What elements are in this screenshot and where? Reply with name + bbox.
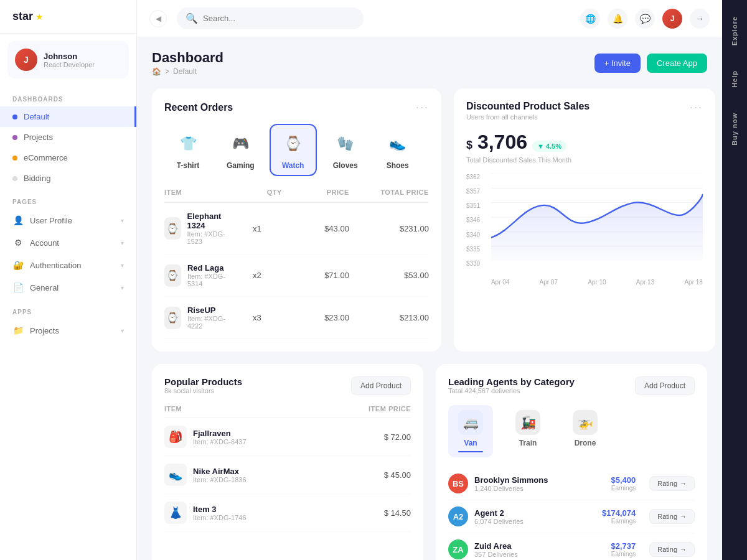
agent-earnings: $174,074	[592, 508, 636, 518]
order-item-name: Elephant 1324	[187, 212, 227, 230]
breadcrumb: 🏠 > Default	[152, 67, 223, 76]
sidebar-item-user-profile[interactable]: 👤 User Profile ▾	[0, 209, 136, 231]
projects-icon: 📁	[12, 325, 24, 336]
arrow-right-icon[interactable]: →	[690, 9, 710, 29]
recent-orders-menu[interactable]: ···	[416, 101, 429, 114]
tshirt-icon: 👕	[174, 130, 202, 157]
sidebar-item-authentication[interactable]: 🔐 Authentication ▾	[0, 254, 136, 276]
list-item: 🎒 Fjallraven Item: #XDG-6437 $ 72.00	[164, 418, 411, 456]
help-label[interactable]: Help	[731, 64, 738, 94]
rating-button[interactable]: Rating →	[649, 476, 695, 491]
sidebar-item-bidding[interactable]: Bidding	[0, 168, 136, 189]
x-label: Apr 04	[491, 279, 509, 286]
tab-shoes[interactable]: 👟 Shoes	[374, 124, 421, 176]
user-avatar-topbar[interactable]: J	[662, 9, 682, 29]
logo-star: ★	[35, 12, 44, 22]
rating-label: Rating	[657, 546, 677, 553]
table-row: ⌚ Red Laga Item: #XDG-5314 x2 $71.00 $53…	[164, 254, 429, 297]
order-qty: x1	[232, 224, 282, 233]
agents-tabs: 🚐 Van 🚂 Train 🚁 Drone	[448, 405, 695, 457]
earnings-label: Earnings	[592, 485, 636, 492]
sales-menu[interactable]: ···	[690, 101, 703, 114]
order-item-id: Item: #XDG-1523	[187, 230, 227, 245]
y-label: $357	[466, 188, 480, 195]
sidebar-item-ecommerce[interactable]: eCommerce	[0, 147, 136, 168]
sales-subtitle: Users from all channels	[466, 113, 590, 121]
nav-dot	[12, 114, 17, 119]
agent-name: Agent 2	[474, 508, 586, 518]
earnings-label: Earnings	[592, 551, 636, 558]
notification-icon[interactable]: 🔔	[608, 9, 627, 29]
sidebar-item-general[interactable]: 📄 General ▾	[0, 276, 136, 299]
order-price: $71.00	[287, 271, 349, 280]
rating-button[interactable]: Rating →	[649, 542, 695, 557]
create-app-button[interactable]: Create App	[647, 54, 707, 73]
tab-shoes-label: Shoes	[387, 161, 409, 170]
sidebar-item-projects-app[interactable]: 📁 Projects ▾	[0, 319, 136, 342]
tab-tshirt[interactable]: 👕 T-shirt	[164, 124, 212, 176]
tab-van[interactable]: 🚐 Van	[448, 405, 493, 457]
search-bar[interactable]: 🔍	[177, 7, 364, 29]
gloves-icon: 🧤	[332, 130, 359, 157]
list-item: BS Brooklyn Simmons 1,240 Deliveries $5,…	[448, 467, 695, 500]
earnings-label: Earnings	[592, 518, 636, 525]
sidebar-item-label: eCommerce	[24, 153, 68, 162]
order-total: $231.00	[354, 224, 429, 233]
col-total: TOTAL PRICE	[354, 189, 429, 196]
order-item-name: Red Laga	[187, 263, 227, 273]
sales-chart: $362 $357 $351 $346 $340 $335 $330	[466, 174, 703, 286]
chevron-down-icon: ▾	[121, 327, 124, 334]
tab-watch-label: Watch	[282, 161, 304, 170]
sidebar-item-account[interactable]: ⚙ Account ▾	[0, 231, 136, 254]
sidebar-collapse-button[interactable]: ◀	[149, 10, 167, 27]
home-icon: 🏠	[152, 67, 161, 76]
add-product-button[interactable]: Add Product	[351, 376, 411, 395]
sidebar-item-default[interactable]: Default	[0, 106, 136, 127]
tab-drone-label: Drone	[575, 439, 596, 447]
tab-gaming[interactable]: 🎮 Gaming	[217, 124, 265, 176]
x-label: Apr 18	[684, 279, 702, 286]
recent-orders-header: Recent Orders ···	[164, 101, 429, 114]
product-image: 👟	[164, 464, 187, 486]
col-item: ITEM	[164, 189, 227, 196]
list-item: 👗 Item 3 Item: #XDG-1746 $ 14.50	[164, 494, 411, 532]
explore-label[interactable]: Explore	[731, 10, 738, 52]
drone-icon: 🚁	[573, 410, 598, 435]
chart-area	[491, 174, 703, 267]
sidebar-item-projects[interactable]: Projects	[0, 127, 136, 147]
order-qty: x2	[232, 271, 282, 280]
tab-van-label: Van	[464, 439, 477, 447]
bottom-grid: Popular Products 8k social visitors Add …	[152, 364, 707, 560]
order-item-id: Item: #XDG-4222	[187, 315, 227, 330]
tab-drone[interactable]: 🚁 Drone	[563, 405, 608, 457]
product-image: 🎒	[164, 426, 187, 448]
down-icon: ▼	[537, 142, 544, 150]
agents-header: Leading Agents by Category Total 424,567…	[448, 376, 695, 395]
invite-button[interactable]: + Invite	[594, 54, 641, 73]
topbar: ◀ 🔍 🌐 🔔 💬 J →	[137, 0, 722, 37]
buy-now-label[interactable]: Buy now	[731, 106, 738, 152]
search-input[interactable]	[203, 14, 355, 23]
globe-icon[interactable]: 🌐	[580, 9, 600, 29]
x-label: Apr 07	[540, 279, 558, 286]
agent-name: Brooklyn Simmons	[474, 475, 586, 485]
rating-button[interactable]: Rating →	[649, 509, 695, 524]
recent-orders-card: Recent Orders ··· 👕 T-shirt 🎮 Gaming ⌚ W…	[152, 88, 441, 352]
arrow-icon: →	[680, 546, 687, 553]
tab-train[interactable]: 🚂 Train	[505, 405, 550, 457]
agents-title: Leading Agents by Category	[448, 376, 575, 387]
tab-gloves[interactable]: 🧤 Gloves	[322, 124, 369, 176]
message-icon[interactable]: 💬	[635, 9, 655, 29]
user-card[interactable]: J Johnson React Developer	[7, 41, 129, 78]
product-item: 👗 Item 3 Item: #XDG-1746	[164, 502, 344, 524]
rating-label: Rating	[657, 513, 677, 520]
auth-icon: 🔐	[12, 259, 24, 271]
add-product-agents-button[interactable]: Add Product	[635, 376, 695, 395]
dashboard-grid-top: Recent Orders ··· 👕 T-shirt 🎮 Gaming ⌚ W…	[152, 88, 707, 352]
list-item: 👟 Nike AirMax Item: #XDG-1836 $ 45.00	[164, 456, 411, 494]
logo-text: star	[12, 10, 33, 23]
nav-dot	[12, 135, 17, 140]
tab-train-label: Train	[519, 439, 537, 447]
tab-watch[interactable]: ⌚ Watch	[270, 124, 317, 176]
y-label: $330	[466, 260, 480, 267]
